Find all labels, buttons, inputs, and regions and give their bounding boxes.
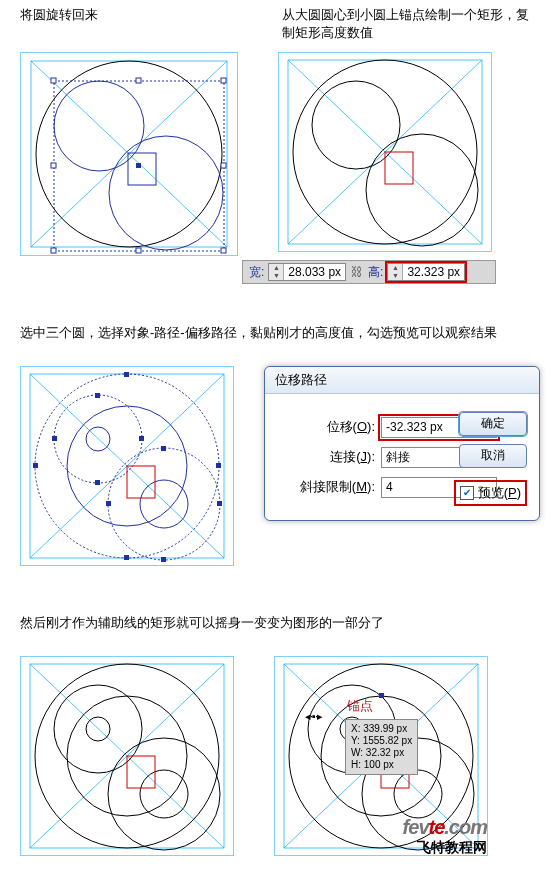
svg-rect-8 — [51, 78, 56, 83]
width-value: 28.033 px — [284, 265, 345, 279]
step1-right-caption: 从大圆圆心到小圆上锚点绘制一个矩形，复制矩形高度数值 — [282, 4, 540, 50]
svg-rect-10 — [221, 78, 226, 83]
cancel-button[interactable]: 取消 — [459, 444, 527, 468]
svg-rect-33 — [127, 466, 155, 498]
svg-point-21 — [366, 134, 478, 246]
preview-checkbox[interactable]: ✔ — [460, 486, 474, 500]
join-label: 连接(J): — [265, 448, 381, 466]
svg-point-4 — [109, 136, 223, 250]
svg-point-50 — [108, 738, 220, 850]
miter-label: 斜接限制(M): — [265, 478, 381, 496]
svg-rect-14 — [136, 248, 141, 253]
svg-rect-16 — [136, 163, 141, 168]
preview-label: 预览(P) — [478, 484, 521, 502]
svg-point-63 — [394, 770, 442, 818]
tip-w: W: 32.32 px — [351, 747, 412, 759]
svg-point-32 — [86, 427, 110, 451]
diagram-center-rect — [278, 52, 492, 252]
ok-button[interactable]: 确定 — [459, 412, 527, 436]
svg-rect-37 — [124, 555, 129, 560]
svg-rect-44 — [139, 436, 144, 441]
svg-rect-39 — [106, 501, 111, 506]
width-label: 宽: — [249, 264, 264, 281]
svg-rect-7 — [128, 153, 156, 185]
diagram-result-anchor: 锚点 ◂·▪·▸ X: 339.99 px Y: 1555.82 px W: 3… — [274, 656, 488, 856]
tip-h: H: 100 px — [351, 759, 412, 771]
height-field[interactable]: ▲▼ 32.323 px — [387, 263, 465, 281]
svg-rect-36 — [216, 463, 221, 468]
svg-rect-12 — [221, 163, 226, 168]
svg-point-54 — [86, 717, 110, 741]
width-field[interactable]: ▲▼ 28.033 px — [268, 263, 346, 281]
offset-path-dialog: 位移路径 位移(O): -32.323 px 连接(J): 斜接▾ 斜接限制(M… — [264, 366, 540, 521]
svg-rect-34 — [124, 372, 129, 377]
step3-caption: 然后刚才作为辅助线的矩形就可以摇身一变变为图形的一部分了 — [20, 612, 540, 640]
site-watermark: fevte.com 飞特教程网 — [367, 816, 487, 856]
link-icon[interactable]: ⛓ — [350, 265, 364, 279]
height-value: 32.323 px — [403, 265, 464, 279]
svg-rect-9 — [136, 78, 141, 83]
anchor-cursor-icon: ◂·▪·▸ — [305, 710, 322, 723]
svg-rect-13 — [51, 248, 56, 253]
diagram-rotate-back — [20, 52, 238, 256]
diagram-result-left — [20, 656, 234, 856]
svg-point-53 — [140, 770, 188, 818]
svg-point-22 — [312, 81, 400, 169]
step1-left-caption: 将圆旋转回来 — [20, 4, 282, 32]
svg-rect-55 — [127, 756, 155, 788]
anchor-label: 锚点 — [347, 697, 373, 715]
offset-label: 位移(O): — [265, 418, 381, 436]
svg-rect-45 — [95, 480, 100, 485]
svg-rect-11 — [51, 163, 56, 168]
svg-rect-43 — [52, 436, 57, 441]
svg-rect-66 — [379, 693, 384, 698]
height-label: 高: — [368, 264, 383, 281]
svg-rect-23 — [385, 152, 413, 184]
svg-rect-41 — [161, 557, 166, 562]
preview-checkbox-wrap[interactable]: ✔ 预览(P) — [454, 480, 527, 506]
svg-point-28 — [108, 448, 220, 560]
transform-bar: 宽: ▲▼ 28.033 px ⛓ 高: ▲▼ 32.323 px — [242, 260, 496, 284]
height-spinner[interactable]: ▲▼ — [388, 264, 403, 280]
svg-rect-40 — [217, 501, 222, 506]
svg-rect-35 — [33, 463, 38, 468]
step2-caption: 选中三个圆，选择对象-路径-偏移路径，黏贴刚才的高度值，勾选预览可以观察结果 — [20, 322, 540, 350]
anchor-tooltip: X: 339.99 px Y: 1555.82 px W: 32.32 px H… — [345, 719, 418, 775]
tip-y: Y: 1555.82 px — [351, 735, 412, 747]
width-spinner[interactable]: ▲▼ — [269, 264, 284, 280]
diagram-offset-preview — [20, 366, 234, 566]
svg-rect-15 — [221, 248, 226, 253]
tip-x: X: 339.99 px — [351, 723, 412, 735]
svg-point-31 — [140, 480, 188, 528]
svg-rect-38 — [161, 446, 166, 451]
svg-rect-42 — [95, 393, 100, 398]
dialog-title: 位移路径 — [265, 367, 539, 394]
